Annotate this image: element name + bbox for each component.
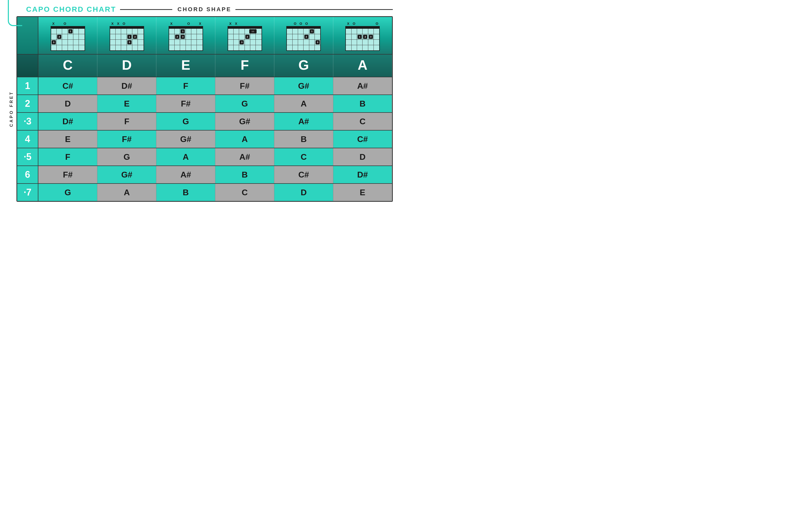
cell-fret6-col4: C#	[274, 166, 333, 184]
capo-fret-label: CAPO FRET	[8, 16, 15, 202]
finger-A-3: 3	[369, 35, 373, 39]
cell-fret4-col4: B	[274, 130, 333, 148]
chord-letter-A: A	[358, 57, 367, 73]
markers-F: X X	[228, 22, 262, 25]
cell-fret6-col0: F#	[38, 166, 97, 184]
row-num-·7: ·7	[17, 184, 38, 201]
diagram-C: X O	[38, 22, 97, 51]
data-row-·7: ·7GABCDE	[17, 184, 392, 201]
chord-shape-line-right	[235, 9, 393, 10]
cell-fret2-col2: F#	[156, 95, 215, 113]
chord-name-E: E	[156, 54, 215, 77]
finger-E-1: 1	[180, 29, 185, 33]
chord-letter-C: C	[63, 57, 73, 73]
finger-C-3: 3	[52, 40, 56, 44]
cell-fret2-col3: G	[215, 95, 274, 113]
cell-fret1-col3: F#	[215, 77, 274, 95]
data-row-1: 1C#D#FF#G#A#	[17, 77, 392, 95]
diagram-E: X O X	[156, 22, 215, 51]
row-num-2: 2	[17, 95, 38, 113]
chord-name-G: G	[274, 54, 333, 77]
chord-name-D: D	[97, 54, 156, 77]
diagram-F: X X	[215, 22, 274, 51]
data-row-2: 2DEF#GAB	[17, 95, 392, 113]
cell-fret·5-col4: C	[274, 148, 333, 166]
finger-C-2: 2	[57, 35, 61, 39]
cell-fret·3-col3: G#	[215, 113, 274, 130]
diagram-cell-C: X O	[38, 17, 97, 54]
diagram-cell-D: X X O	[97, 17, 156, 54]
chord-shape-label: CHORD SHAPE	[177, 6, 231, 13]
fret-grid-A: 1 2 3	[345, 26, 380, 51]
cell-fret2-col1: E	[97, 95, 156, 113]
finger-F-11: 1 1	[249, 29, 256, 33]
cell-fret4-col2: G#	[156, 130, 215, 148]
cell-fret6-col2: A#	[156, 166, 215, 184]
cell-fret6-col5: D#	[333, 166, 392, 184]
cell-fret6-col3: B	[215, 166, 274, 184]
markers-D: X X O	[110, 22, 144, 25]
cell-fret·7-col5: E	[333, 184, 392, 201]
cell-fret4-col0: E	[38, 130, 97, 148]
fret-grid-F: 1 1 2	[228, 26, 262, 51]
diagram-cell-E: X O X	[156, 17, 215, 54]
page-container: CAPO CHORD CHART CHORD SHAPE CAPO FRET X	[0, 0, 401, 266]
cell-fret1-col0: C#	[38, 77, 97, 95]
finger-F-2: 2	[245, 35, 249, 39]
diagram-G: O O O	[274, 22, 333, 51]
diagram-cell-A: X O O	[333, 17, 392, 54]
row-num-·5: ·5	[17, 148, 38, 166]
cell-fret·3-col1: F	[97, 113, 156, 130]
finger-D-3: 3	[127, 40, 132, 44]
finger-G-2: 2	[304, 35, 308, 39]
cell-fret·3-col0: D#	[38, 113, 97, 130]
diagram-header-row: X O	[17, 17, 392, 54]
chord-name-A: A	[333, 54, 392, 77]
chord-letter-F: F	[241, 57, 249, 73]
cell-fret1-col1: D#	[97, 77, 156, 95]
chord-letter-G: G	[298, 57, 309, 73]
cell-fret1-col4: G#	[274, 77, 333, 95]
page-title: CAPO CHORD CHART	[26, 5, 116, 14]
cell-fret·7-col3: C	[215, 184, 274, 201]
diagram-cell-F: X X	[215, 17, 274, 54]
row-num-6: 6	[17, 166, 38, 184]
row-num-4: 4	[17, 130, 38, 148]
chord-name-F: F	[215, 54, 274, 77]
row-num-1: 1	[17, 77, 38, 95]
fret-grid-E: 1 2	[169, 26, 203, 51]
diagram-D: X X O	[97, 22, 156, 51]
markers-A: X O O	[345, 22, 380, 25]
cell-fret6-col1: G#	[97, 166, 156, 184]
finger-A-2: 2	[363, 35, 367, 39]
fret-grid-D: 1 2	[110, 26, 144, 51]
finger-G-3: 3	[316, 40, 320, 44]
chord-name-empty	[17, 54, 38, 77]
finger-C-1: 1	[69, 29, 73, 33]
diagram-cell-G: O O O	[274, 17, 333, 54]
data-row-·3: ·3D#FGG#A#C	[17, 113, 392, 130]
title-line	[120, 9, 172, 10]
markers-E: X O X	[169, 22, 203, 25]
data-row-6: 6F#G#A#BC#D#	[17, 166, 392, 184]
cell-fret4-col3: A	[215, 130, 274, 148]
fret-grid-C: 1 2	[51, 26, 85, 51]
main-content: CAPO FRET X O	[8, 16, 393, 202]
cell-fret1-col5: A#	[333, 77, 392, 95]
chord-letter-D: D	[122, 57, 132, 73]
fret-nut-C	[51, 26, 84, 29]
cell-fret·3-col2: G	[156, 113, 215, 130]
cell-fret·7-col4: D	[274, 184, 333, 201]
diagram-A: X O O	[333, 22, 392, 51]
cell-fret·5-col2: A	[156, 148, 215, 166]
chord-letter-E: E	[181, 57, 190, 73]
cell-fret·3-col4: A#	[274, 113, 333, 130]
chart-table: X O	[17, 17, 392, 201]
finger-A-1: 1	[358, 35, 362, 39]
markers-G: O O O	[286, 22, 321, 25]
cell-fret4-col1: F#	[97, 130, 156, 148]
finger-E-3: 3	[180, 35, 185, 39]
cell-fret·5-col1: G	[97, 148, 156, 166]
cell-fret·5-col0: F	[38, 148, 97, 166]
cell-fret2-col4: A	[274, 95, 333, 113]
